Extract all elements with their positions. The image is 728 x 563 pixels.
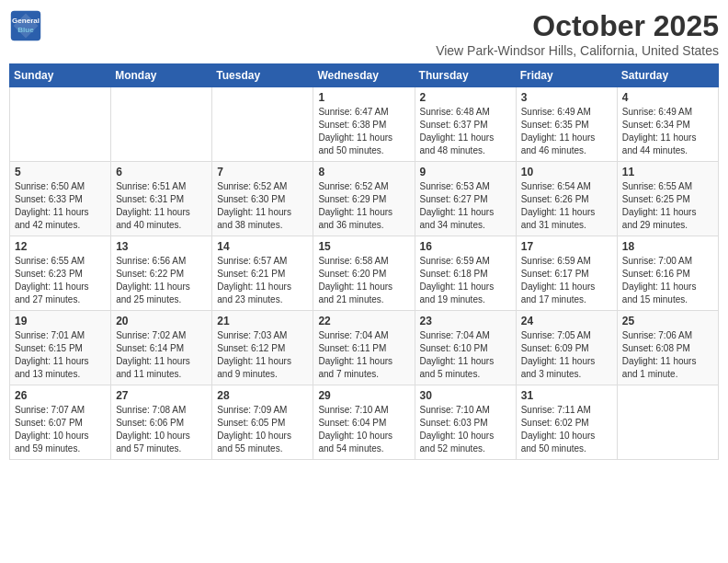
day-info: Sunrise: 6:48 AM Sunset: 6:37 PM Dayligh… — [420, 106, 511, 157]
day-info: Sunrise: 6:49 AM Sunset: 6:34 PM Dayligh… — [622, 106, 713, 157]
day-number: 23 — [420, 315, 511, 327]
day-number: 7 — [217, 166, 308, 178]
calendar-cell — [111, 87, 212, 162]
day-info: Sunrise: 7:11 AM Sunset: 6:02 PM Dayligh… — [521, 404, 612, 455]
day-info: Sunrise: 6:58 AM Sunset: 6:20 PM Dayligh… — [318, 255, 409, 306]
calendar-cell: 29Sunrise: 7:10 AM Sunset: 6:04 PM Dayli… — [313, 385, 415, 460]
day-number: 1 — [318, 91, 409, 104]
calendar-cell: 23Sunrise: 7:04 AM Sunset: 6:10 PM Dayli… — [415, 311, 516, 385]
calendar-cell: 17Sunrise: 6:59 AM Sunset: 6:17 PM Dayli… — [516, 236, 617, 311]
calendar-cell: 10Sunrise: 6:54 AM Sunset: 6:26 PM Dayli… — [516, 162, 617, 236]
day-info: Sunrise: 7:10 AM Sunset: 6:03 PM Dayligh… — [420, 404, 511, 455]
calendar-cell: 31Sunrise: 7:11 AM Sunset: 6:02 PM Dayli… — [516, 385, 617, 460]
weekday-header: Monday — [111, 64, 212, 87]
calendar-cell: 22Sunrise: 7:04 AM Sunset: 6:11 PM Dayli… — [313, 311, 415, 385]
calendar-cell: 18Sunrise: 7:00 AM Sunset: 6:16 PM Dayli… — [617, 236, 718, 311]
location-title: View Park-Windsor Hills, California, Uni… — [436, 43, 719, 58]
day-number: 30 — [420, 389, 511, 402]
day-number: 10 — [521, 166, 612, 178]
svg-text:Blue: Blue — [17, 26, 34, 34]
logo: General Blue — [9, 9, 42, 42]
day-number: 5 — [15, 166, 106, 178]
calendar-cell: 13Sunrise: 6:56 AM Sunset: 6:22 PM Dayli… — [111, 236, 212, 311]
day-number: 2 — [420, 91, 511, 104]
calendar-week-row: 26Sunrise: 7:07 AM Sunset: 6:07 PM Dayli… — [10, 385, 719, 460]
calendar-cell: 28Sunrise: 7:09 AM Sunset: 6:05 PM Dayli… — [212, 385, 313, 460]
calendar-cell: 9Sunrise: 6:53 AM Sunset: 6:27 PM Daylig… — [415, 162, 516, 236]
day-number: 21 — [217, 315, 308, 327]
day-number: 13 — [116, 240, 207, 253]
day-info: Sunrise: 7:10 AM Sunset: 6:04 PM Dayligh… — [318, 404, 409, 455]
day-number: 22 — [318, 315, 409, 327]
calendar-table: SundayMondayTuesdayWednesdayThursdayFrid… — [9, 63, 719, 460]
calendar-cell: 24Sunrise: 7:05 AM Sunset: 6:09 PM Dayli… — [516, 311, 617, 385]
calendar-cell: 6Sunrise: 6:51 AM Sunset: 6:31 PM Daylig… — [111, 162, 212, 236]
calendar-header-row: SundayMondayTuesdayWednesdayThursdayFrid… — [10, 64, 719, 87]
calendar-week-row: 19Sunrise: 7:01 AM Sunset: 6:15 PM Dayli… — [10, 311, 719, 385]
weekday-header: Thursday — [415, 64, 516, 87]
calendar-cell: 3Sunrise: 6:49 AM Sunset: 6:35 PM Daylig… — [516, 87, 617, 162]
day-number: 11 — [622, 166, 713, 178]
day-number: 28 — [217, 389, 308, 402]
svg-text:General: General — [12, 17, 40, 25]
calendar-cell: 1Sunrise: 6:47 AM Sunset: 6:38 PM Daylig… — [313, 87, 415, 162]
day-number: 6 — [116, 166, 207, 178]
day-info: Sunrise: 6:49 AM Sunset: 6:35 PM Dayligh… — [521, 106, 612, 157]
day-number: 12 — [15, 240, 106, 253]
day-info: Sunrise: 6:52 AM Sunset: 6:29 PM Dayligh… — [318, 180, 409, 232]
calendar-cell: 8Sunrise: 6:52 AM Sunset: 6:29 PM Daylig… — [313, 162, 415, 236]
weekday-header: Friday — [516, 64, 617, 87]
calendar-cell: 15Sunrise: 6:58 AM Sunset: 6:20 PM Dayli… — [313, 236, 415, 311]
calendar-week-row: 12Sunrise: 6:55 AM Sunset: 6:23 PM Dayli… — [10, 236, 719, 311]
day-number: 8 — [318, 166, 409, 178]
calendar-cell: 20Sunrise: 7:02 AM Sunset: 6:14 PM Dayli… — [111, 311, 212, 385]
logo-icon: General Blue — [9, 9, 42, 42]
day-info: Sunrise: 7:04 AM Sunset: 6:11 PM Dayligh… — [318, 329, 409, 381]
calendar-cell: 4Sunrise: 6:49 AM Sunset: 6:34 PM Daylig… — [617, 87, 718, 162]
calendar-week-row: 5Sunrise: 6:50 AM Sunset: 6:33 PM Daylig… — [10, 162, 719, 236]
day-info: Sunrise: 7:03 AM Sunset: 6:12 PM Dayligh… — [217, 329, 308, 381]
weekday-header: Wednesday — [313, 64, 415, 87]
calendar-cell: 26Sunrise: 7:07 AM Sunset: 6:07 PM Dayli… — [10, 385, 111, 460]
calendar-cell: 12Sunrise: 6:55 AM Sunset: 6:23 PM Dayli… — [10, 236, 111, 311]
day-info: Sunrise: 6:52 AM Sunset: 6:30 PM Dayligh… — [217, 180, 308, 232]
day-info: Sunrise: 7:09 AM Sunset: 6:05 PM Dayligh… — [217, 404, 308, 455]
calendar-cell: 5Sunrise: 6:50 AM Sunset: 6:33 PM Daylig… — [10, 162, 111, 236]
calendar-cell — [617, 385, 718, 460]
calendar-week-row: 1Sunrise: 6:47 AM Sunset: 6:38 PM Daylig… — [10, 87, 719, 162]
day-number: 15 — [318, 240, 409, 253]
day-info: Sunrise: 6:57 AM Sunset: 6:21 PM Dayligh… — [217, 255, 308, 306]
month-title: October 2025 — [436, 9, 719, 43]
day-info: Sunrise: 7:07 AM Sunset: 6:07 PM Dayligh… — [15, 404, 106, 455]
day-number: 24 — [521, 315, 612, 327]
day-number: 4 — [622, 91, 713, 104]
day-number: 14 — [217, 240, 308, 253]
day-info: Sunrise: 7:04 AM Sunset: 6:10 PM Dayligh… — [420, 329, 511, 381]
calendar-cell: 21Sunrise: 7:03 AM Sunset: 6:12 PM Dayli… — [212, 311, 313, 385]
day-info: Sunrise: 6:55 AM Sunset: 6:23 PM Dayligh… — [15, 255, 106, 306]
calendar-cell — [10, 87, 111, 162]
calendar-cell — [212, 87, 313, 162]
page-header: General Blue October 2025 View Park-Wind… — [9, 9, 719, 58]
day-number: 9 — [420, 166, 511, 178]
day-number: 17 — [521, 240, 612, 253]
day-info: Sunrise: 7:08 AM Sunset: 6:06 PM Dayligh… — [116, 404, 207, 455]
calendar-cell: 2Sunrise: 6:48 AM Sunset: 6:37 PM Daylig… — [415, 87, 516, 162]
day-number: 18 — [622, 240, 713, 253]
day-number: 16 — [420, 240, 511, 253]
day-info: Sunrise: 6:50 AM Sunset: 6:33 PM Dayligh… — [15, 180, 106, 232]
calendar-cell: 19Sunrise: 7:01 AM Sunset: 6:15 PM Dayli… — [10, 311, 111, 385]
day-info: Sunrise: 7:06 AM Sunset: 6:08 PM Dayligh… — [622, 329, 713, 381]
day-info: Sunrise: 7:05 AM Sunset: 6:09 PM Dayligh… — [521, 329, 612, 381]
calendar-cell: 14Sunrise: 6:57 AM Sunset: 6:21 PM Dayli… — [212, 236, 313, 311]
calendar-cell: 7Sunrise: 6:52 AM Sunset: 6:30 PM Daylig… — [212, 162, 313, 236]
day-number: 19 — [15, 315, 106, 327]
day-info: Sunrise: 6:47 AM Sunset: 6:38 PM Dayligh… — [318, 106, 409, 157]
day-number: 20 — [116, 315, 207, 327]
weekday-header: Saturday — [617, 64, 718, 87]
weekday-header: Sunday — [10, 64, 111, 87]
day-number: 3 — [521, 91, 612, 104]
day-info: Sunrise: 6:56 AM Sunset: 6:22 PM Dayligh… — [116, 255, 207, 306]
title-section: October 2025 View Park-Windsor Hills, Ca… — [436, 9, 719, 58]
day-number: 27 — [116, 389, 207, 402]
